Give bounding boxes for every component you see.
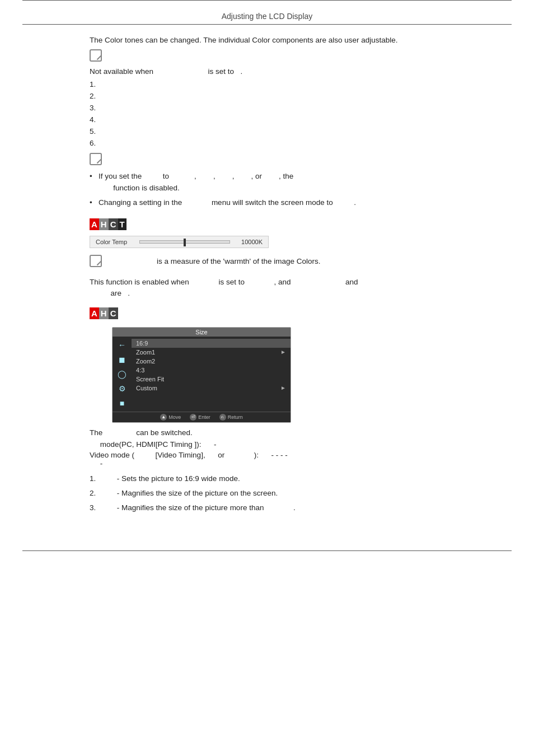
ahc-badge: A H C <box>90 307 118 319</box>
menu-item-169[interactable]: 16:9 <box>132 339 291 348</box>
menu-item-custom[interactable]: Custom ► <box>132 384 291 393</box>
page-header: Adjusting the LCD Display <box>0 6 534 24</box>
video-mode-text: Video mode ( [Video Timing], or ): - - -… <box>90 451 444 468</box>
list-item: 2. <box>90 92 444 100</box>
not-available-suffix: is set to <box>208 67 235 76</box>
ahc-badge-letter-h: H <box>99 307 109 319</box>
menu-icon-setup: ⚙ <box>116 382 128 395</box>
badge-letter-h: H <box>99 218 109 230</box>
menu-icon-back: ← <box>116 339 128 351</box>
list-item: 6. <box>90 139 444 147</box>
slider-handle[interactable] <box>184 239 186 246</box>
note-icon-3 <box>90 255 102 267</box>
ahc-badge-letter-a: A <box>90 307 99 319</box>
not-available-label: Not available when <box>90 67 153 76</box>
menu-item-43[interactable]: 4:3 <box>132 366 291 375</box>
note-icon <box>90 49 102 62</box>
page-title: Adjusting the LCD Display <box>222 12 313 21</box>
badge-letter-t: T <box>118 218 127 230</box>
menu-bottom-return: ⎌ Return <box>219 414 243 421</box>
numbered-list: 1. 2. 3. 4. 5. 6. <box>90 80 444 147</box>
color-temp-slider-container[interactable]: Color Temp 10000K <box>90 236 269 248</box>
menu-icon-img: ◼ <box>116 353 128 366</box>
bullet-item-1: If you set the to , , , , or , the funct… <box>90 171 444 194</box>
badge-letter-c: C <box>109 218 118 230</box>
not-available-dot: . <box>240 67 242 76</box>
bullet-list: If you set the to , , , , or , the funct… <box>90 171 444 208</box>
menu-bottom-enter: ⏎ Enter <box>190 414 210 421</box>
warmth-text: is a measure of the 'warmth' of the imag… <box>106 257 321 265</box>
menu-icons-column: ← ◼ ◯ ⚙ ■ <box>113 337 132 412</box>
menu-icon-info: ◯ <box>116 368 128 380</box>
return-btn-icon: ⎌ <box>219 414 226 421</box>
switch-text: The can be switched. <box>90 428 444 437</box>
step-item-1: 1. - Sets the picture to 16:9 wide mode. <box>90 473 444 484</box>
slider-label: Color Temp <box>96 239 135 245</box>
pc-mode-text: mode(PC, HDMI[PC Timing ]): - <box>90 440 444 449</box>
list-item: 1. <box>90 80 444 88</box>
menu-bottom-bar: ▲ Move ⏎ Enter ⎌ Return <box>113 412 291 422</box>
steps-list: 1. - Sets the picture to 16:9 wide mode.… <box>90 473 444 514</box>
not-available-text: Not available when is set to . <box>90 67 444 76</box>
slider-track[interactable] <box>139 240 230 244</box>
enter-btn-icon: ⏎ <box>190 414 196 421</box>
list-item: 3. <box>90 104 444 112</box>
note-icon-2 <box>90 153 102 165</box>
enabled-text: This function is enabled when is set to … <box>90 277 444 300</box>
list-item: 4. <box>90 115 444 124</box>
menu-items-column: 16:9 Zoom1 ► Zoom2 4:3 Screen Fit Custom <box>132 337 291 412</box>
menu-icon-input: ■ <box>116 397 128 409</box>
ahc-badge-letter-c: C <box>109 307 118 319</box>
menu-item-zoom2[interactable]: Zoom2 <box>132 357 291 366</box>
list-item: 5. <box>90 127 444 136</box>
menu-title-bar: Size <box>113 328 291 337</box>
bullet-item-2: Changing a setting in the menu will swit… <box>90 197 444 208</box>
intro-text: The Color tones can be changed. The indi… <box>90 35 444 46</box>
move-btn-icon: ▲ <box>160 414 167 421</box>
slider-value: 10000K <box>235 239 263 245</box>
menu-body: ← ◼ ◯ ⚙ ■ 16:9 Zoom1 ► Zoom2 4:3 <box>113 337 291 412</box>
ahct-badge: A H C T <box>90 218 127 230</box>
step-item-2: 2. - Magnifies the size of the picture o… <box>90 488 444 499</box>
menu-screenshot: Size ← ◼ ◯ ⚙ ■ 16:9 Zoom1 ► Zoom2 <box>112 327 291 423</box>
menu-bottom-move: ▲ Move <box>160 414 181 421</box>
menu-item-screenfit[interactable]: Screen Fit <box>132 375 291 384</box>
menu-item-zoom1[interactable]: Zoom1 ► <box>132 348 291 357</box>
badge-letter-a: A <box>90 218 99 230</box>
step-item-3: 3. - Magnifies the size of the picture m… <box>90 502 444 514</box>
